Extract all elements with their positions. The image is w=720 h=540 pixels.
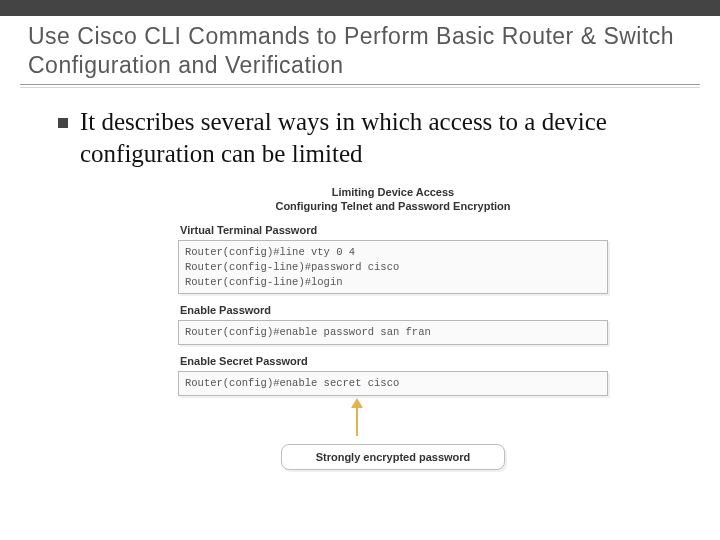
vty-label: Virtual Terminal Password [180,224,608,236]
vty-code-box: Router(config)#line vty 0 4 Router(confi… [178,240,608,294]
top-accent-bar [0,0,720,16]
slide: Use Cisco CLI Commands to Perform Basic … [0,0,720,540]
enable-secret-label: Enable Secret Password [180,355,608,367]
arrow-stem-icon [356,406,358,436]
diagram: Limiting Device Access Configuring Telne… [178,185,608,470]
enable-secret-code-line1: Router(config)#enable secret cisco [185,377,399,389]
vty-code-line3: Router(config-line)#login [185,276,343,288]
slide-body: It describes several ways in which acces… [0,88,720,470]
enable-secret-code-box: Router(config)#enable secret cisco [178,371,608,396]
vty-code-line2: Router(config-line)#password cisco [185,261,399,273]
enable-pw-code-line1: Router(config)#enable password san fran [185,326,431,338]
diagram-title-line2: Configuring Telnet and Password Encrypti… [178,199,608,214]
enable-pw-code-box: Router(config)#enable password san fran [178,320,608,345]
enable-pw-label: Enable Password [180,304,608,316]
callout-box: Strongly encrypted password [281,444,505,470]
bullet-text: It describes several ways in which acces… [80,106,680,171]
bullet-item: It describes several ways in which acces… [58,106,680,171]
bullet-marker-icon [58,118,68,128]
slide-title: Use Cisco CLI Commands to Perform Basic … [0,16,720,84]
vty-code-line1: Router(config)#line vty 0 4 [185,246,355,258]
diagram-title-line1: Limiting Device Access [178,185,608,200]
arrow [178,398,608,444]
diagram-title: Limiting Device Access Configuring Telne… [178,185,608,215]
